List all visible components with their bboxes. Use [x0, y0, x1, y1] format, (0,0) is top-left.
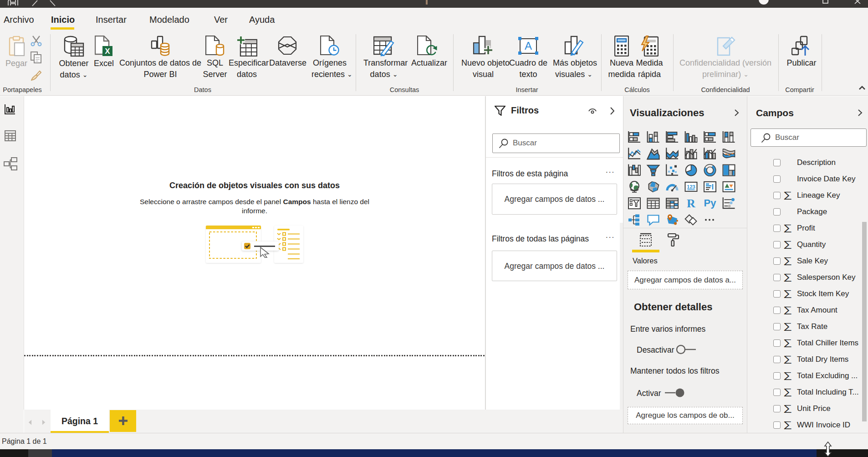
svg-text:R: R	[687, 197, 695, 210]
svg-text:Py: Py	[704, 197, 717, 209]
svg-text:123: 123	[687, 184, 695, 190]
svg-text:A: A	[525, 40, 532, 52]
svg-text:X: X	[105, 47, 110, 56]
